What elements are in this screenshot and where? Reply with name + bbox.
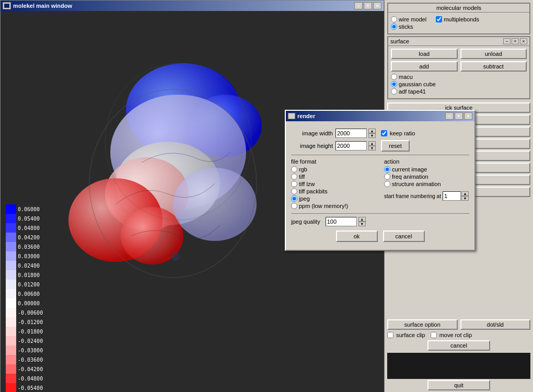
scale-row: -0.01200 <box>6 317 47 327</box>
sticks-radio[interactable] <box>391 24 397 30</box>
image-width-label: image width <box>291 130 333 136</box>
structure-animation-radio[interactable] <box>384 181 390 187</box>
scale-row: 0.00000 <box>6 298 47 308</box>
image-height-spinner: ▲ ▼ <box>368 141 376 151</box>
surface-clip-checkbox[interactable] <box>387 332 393 338</box>
move-rot-clip-checkbox[interactable] <box>431 332 437 338</box>
ok-button[interactable]: ok <box>336 230 378 242</box>
scale-value-label: -0.01800 <box>18 329 47 335</box>
surface-section: surface − + × load unload add subtract m… <box>387 36 530 99</box>
dot-sld-button[interactable]: dot/sld <box>460 319 531 330</box>
jpeg-radio[interactable] <box>291 195 297 202</box>
rgb-label: rgb <box>299 166 307 172</box>
macu-label: macu <box>399 74 413 80</box>
minimize-button[interactable]: − <box>354 2 363 9</box>
dark-preview-bar <box>387 353 530 379</box>
add-button[interactable]: add <box>391 61 458 72</box>
ppm-radio[interactable] <box>291 203 297 209</box>
ppm-label: ppm (low memory!) <box>299 203 348 209</box>
wire-model-row: wire model multiplebonds <box>391 16 527 22</box>
start-frame-input[interactable] <box>443 191 461 201</box>
adf-radio[interactable] <box>391 88 397 95</box>
quit-button[interactable]: quit <box>427 380 490 390</box>
action-title: action <box>384 158 469 165</box>
scale-color-box <box>6 289 16 298</box>
scale-value-label: -0.03600 <box>18 357 47 363</box>
image-width-up[interactable]: ▲ <box>368 129 376 133</box>
maximize-button[interactable]: + <box>364 2 372 9</box>
start-frame-up[interactable]: ▲ <box>461 191 469 196</box>
surface-maximize-btn[interactable]: + <box>512 38 519 44</box>
scale-value-label: 0.03000 <box>18 253 47 259</box>
load-button[interactable]: load <box>391 49 458 59</box>
jpeg-quality-up[interactable]: ▲ <box>358 217 366 222</box>
dialog-cancel-button[interactable]: cancel <box>383 230 425 242</box>
scale-row: -0.04200 <box>6 364 47 374</box>
image-height-input[interactable] <box>335 141 367 151</box>
molecular-models-section: molecular models wire model multiplebond… <box>387 3 530 34</box>
jpeg-quality-input[interactable] <box>326 217 357 226</box>
image-height-down[interactable]: ▼ <box>368 146 376 151</box>
jpeg-quality-spinner: ▲ ▼ <box>358 217 366 226</box>
scale-color-box <box>6 270 16 280</box>
ppm-radio-row: ppm (low memory!) <box>291 203 376 209</box>
image-width-row: image width ▲ ▼ keep ratio <box>291 129 469 138</box>
multiplebonds-label: multiplebonds <box>444 16 479 22</box>
tiff-packbits-radio[interactable] <box>291 188 297 194</box>
structure-animation-label: structure animation <box>392 181 441 187</box>
file-format-title: file format <box>291 158 376 165</box>
scale-row: 0.04800 <box>6 223 47 233</box>
render-maximize-btn[interactable]: + <box>455 112 463 120</box>
scale-value-label: -0.01200 <box>18 319 47 325</box>
scale-value-label: -0.03000 <box>18 348 47 353</box>
rgb-radio[interactable] <box>291 166 297 172</box>
tiff-packbits-radio-row: tiff packbits <box>291 188 376 194</box>
image-height-up[interactable]: ▲ <box>368 141 376 146</box>
scale-row: 0.04200 <box>6 233 47 242</box>
current-image-radio[interactable] <box>384 166 390 172</box>
unload-button[interactable]: unload <box>460 49 527 59</box>
render-close-btn[interactable]: × <box>464 112 472 120</box>
start-frame-down[interactable]: ▼ <box>461 196 469 201</box>
keep-ratio-checkbox[interactable] <box>381 130 387 136</box>
render-dialog-title-bar: render − + × <box>286 111 474 121</box>
scale-value-label: 0.01800 <box>18 272 47 278</box>
wire-model-radio[interactable] <box>391 16 397 22</box>
tiff-radio[interactable] <box>291 174 297 180</box>
scale-value-label: 0.05400 <box>18 216 47 222</box>
wire-model-label: wire model <box>399 16 426 22</box>
scale-value-label: 0.02400 <box>18 263 47 269</box>
surface-close-btn[interactable]: × <box>520 38 527 44</box>
surface-option-button[interactable]: surface option <box>387 319 458 330</box>
scale-row: -0.03600 <box>6 355 47 364</box>
scale-color-box <box>6 204 16 214</box>
jpeg-quality-down[interactable]: ▼ <box>358 222 366 226</box>
freq-animation-label: freq animation <box>392 174 428 180</box>
freq-animation-radio[interactable] <box>384 174 390 180</box>
subtract-button[interactable]: subtract <box>460 61 527 72</box>
start-frame-label: start frame numbering at <box>384 193 441 199</box>
close-button[interactable]: × <box>373 2 381 9</box>
surface-minimize-btn[interactable]: − <box>503 38 511 44</box>
structure-animation-radio-row: structure animation <box>384 181 469 187</box>
macu-radio[interactable] <box>391 74 397 80</box>
start-frame-row: start frame numbering at ▲ ▼ <box>384 191 469 201</box>
render-minimize-btn[interactable]: − <box>445 112 454 120</box>
image-width-down[interactable]: ▼ <box>368 133 376 138</box>
gaussian-radio[interactable] <box>391 81 397 87</box>
cancel-button[interactable]: cancel <box>427 340 490 351</box>
reset-button[interactable]: reset <box>381 140 410 152</box>
scale-color-box <box>6 214 16 223</box>
tiff-lzw-label: tiff lzw <box>299 181 315 187</box>
scale-value-label: 0.06000 <box>18 206 47 212</box>
scale-value-label: -0.04200 <box>18 366 47 372</box>
cancel-row: cancel <box>387 340 530 351</box>
image-width-input[interactable] <box>335 129 367 138</box>
scale-color-box <box>6 298 16 308</box>
adf-row: adf tape41 <box>391 88 527 95</box>
multiplebonds-checkbox[interactable] <box>436 16 442 22</box>
dialog-footer: ok cancel <box>291 230 469 245</box>
image-width-spinner: ▲ ▼ <box>368 129 376 138</box>
main-title-bar: molekel main window − + × <box>1 1 384 11</box>
tiff-lzw-radio[interactable] <box>291 181 297 187</box>
